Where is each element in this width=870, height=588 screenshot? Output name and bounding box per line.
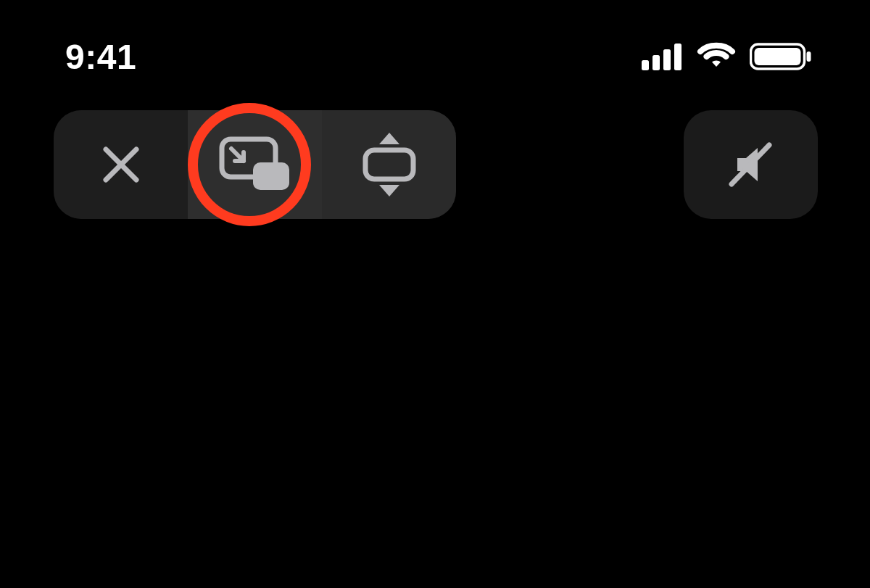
- svg-rect-6: [807, 51, 811, 62]
- battery-full-icon: [750, 42, 812, 71]
- svg-rect-0: [642, 60, 649, 70]
- left-control-group: [54, 110, 456, 219]
- resize-button[interactable]: [322, 110, 456, 219]
- resize-vertical-icon: [361, 130, 418, 199]
- status-icons: [641, 42, 812, 71]
- speaker-muted-icon: [721, 135, 781, 194]
- svg-rect-8: [253, 162, 289, 190]
- status-bar: 9:41: [0, 35, 870, 78]
- close-button[interactable]: [54, 110, 188, 219]
- close-icon: [100, 144, 142, 186]
- video-controls-toolbar: [54, 110, 818, 219]
- svg-rect-9: [365, 150, 413, 179]
- pip-button[interactable]: [188, 110, 322, 219]
- svg-rect-3: [674, 44, 682, 70]
- mute-button[interactable]: [684, 110, 818, 219]
- wifi-icon: [696, 42, 737, 71]
- picture-in-picture-icon: [219, 136, 291, 193]
- cellular-signal-icon: [641, 43, 683, 70]
- svg-rect-1: [652, 55, 660, 70]
- svg-rect-5: [755, 48, 801, 65]
- svg-rect-2: [663, 49, 671, 70]
- status-time: 9:41: [65, 37, 136, 77]
